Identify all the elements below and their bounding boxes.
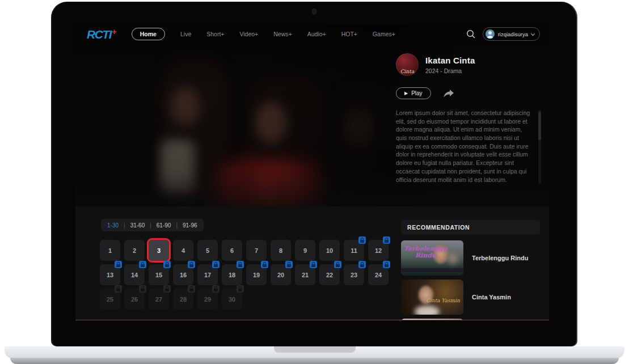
- lock-icon-body: [189, 289, 193, 291]
- nav-item-newsplus[interactable]: News+: [273, 31, 292, 37]
- nav-item-gamesplus[interactable]: Games+: [373, 31, 395, 37]
- lock-icon-body: [141, 264, 145, 267]
- episode-6[interactable]: 6: [222, 240, 242, 261]
- lock-badge: [358, 261, 366, 268]
- nav-item-hotplus[interactable]: HOT+: [341, 31, 357, 37]
- search-icon[interactable]: [466, 29, 476, 39]
- episode-18[interactable]: 18: [222, 264, 242, 285]
- play-label: Play: [411, 90, 422, 96]
- episode-12[interactable]: 12: [368, 240, 389, 261]
- range-tab-1-30[interactable]: 1-30: [107, 222, 119, 228]
- show-poster-text: Cinta: [400, 69, 415, 76]
- recommendation-item[interactable]: TerbelengguRinduTerbelenggu Rindu: [401, 240, 540, 276]
- lock-badge: [163, 261, 171, 268]
- range-tab-31-60[interactable]: 31-60: [130, 222, 145, 228]
- lock-badge: [383, 236, 390, 244]
- user-menu[interactable]: rizqiadisurya: [483, 27, 540, 41]
- episode-13[interactable]: 13: [100, 264, 120, 285]
- episode-27[interactable]: 27: [149, 289, 169, 310]
- episode-23[interactable]: 23: [344, 264, 364, 285]
- episode-21[interactable]: 21: [295, 264, 315, 285]
- recommendation-thumbnail[interactable]: Cinta Yasmin: [401, 280, 463, 315]
- nav-item-videoplus[interactable]: Video+: [239, 31, 258, 37]
- lock-badge: [334, 261, 341, 268]
- show-header: Cinta Ikatan Cinta 2024 - Drama: [396, 53, 541, 76]
- episode-16[interactable]: 16: [173, 264, 193, 285]
- recommendation-thumbnail[interactable]: [401, 319, 463, 320]
- lock-icon-body: [385, 264, 389, 267]
- nav-item-home[interactable]: Home: [132, 28, 165, 40]
- episode-22[interactable]: 22: [319, 264, 340, 285]
- episode-number: 16: [180, 272, 187, 278]
- episode-30[interactable]: 30: [222, 289, 242, 310]
- play-icon: ▶: [404, 91, 408, 96]
- episode-25[interactable]: 25: [100, 289, 120, 310]
- episode-number: 24: [375, 272, 382, 278]
- lock-badge: [212, 261, 219, 268]
- range-tab-61-90[interactable]: 61-90: [157, 222, 171, 228]
- episode-26[interactable]: 26: [124, 289, 145, 310]
- episode-10[interactable]: 10: [319, 240, 340, 261]
- episode-17[interactable]: 17: [197, 264, 218, 285]
- recommendation-item-partial[interactable]: [401, 319, 540, 320]
- episode-29[interactable]: 29: [197, 289, 218, 310]
- logo-plus: +: [112, 27, 117, 36]
- range-separator: |: [124, 222, 125, 228]
- nav-item-live[interactable]: Live: [180, 31, 191, 37]
- episode-3[interactable]: 3: [149, 240, 169, 261]
- episode-number: 9: [303, 247, 307, 254]
- lock-icon-body: [385, 240, 389, 243]
- episode-20[interactable]: 20: [271, 264, 291, 285]
- lock-icon-body: [214, 264, 218, 267]
- lock-icon-body: [116, 264, 120, 267]
- episode-number: 29: [204, 296, 211, 303]
- nav-item-shortplus[interactable]: Short+: [206, 31, 224, 37]
- thumbnail-figure: [415, 306, 440, 315]
- episode-4[interactable]: 4: [173, 240, 193, 261]
- range-tab-91-96[interactable]: 91-96: [183, 222, 197, 228]
- nav-item-audioplus[interactable]: Audio+: [307, 31, 326, 37]
- episode-1[interactable]: 1: [100, 240, 120, 261]
- recommendation-item[interactable]: Cinta YasminCinta Yasmin: [401, 280, 540, 315]
- episode-28[interactable]: 28: [173, 289, 193, 310]
- episode-5[interactable]: 5: [197, 240, 218, 261]
- description-scrollbar[interactable]: [538, 110, 541, 184]
- laptop-screen: RCTI + HomeLiveShort+Video+News+Audio+HO…: [51, 2, 577, 346]
- episode-number: 4: [181, 247, 185, 254]
- episode-8[interactable]: 8: [271, 240, 291, 261]
- episode-11[interactable]: 11: [344, 240, 364, 261]
- nav-right: rizqiadisurya: [466, 27, 540, 41]
- episode-19[interactable]: 19: [246, 264, 267, 285]
- user-avatar-icon: [486, 29, 495, 39]
- episode-7[interactable]: 7: [246, 240, 267, 261]
- episode-14[interactable]: 14: [124, 264, 145, 285]
- episode-number: 1: [108, 247, 112, 254]
- episodes-section: 1-30|31-60|61-90|91-96 12345678910111213…: [75, 206, 549, 320]
- lock-badge: [188, 285, 195, 293]
- laptop-bottom-edge: [10, 358, 619, 364]
- episode-9[interactable]: 9: [295, 240, 315, 261]
- description-scrollbar-thumb[interactable]: [538, 112, 541, 140]
- recommendation-thumbnail[interactable]: TerbelengguRindu: [401, 240, 463, 276]
- lock-icon-body: [336, 264, 340, 267]
- show-info-panel: Cinta Ikatan Cinta 2024 - Drama ▶ Play: [396, 53, 541, 184]
- episode-15[interactable]: 15: [149, 264, 169, 285]
- rcti-plus-logo[interactable]: RCTI +: [87, 28, 117, 40]
- lock-badge: [261, 261, 268, 268]
- episode-number: 13: [107, 272, 113, 278]
- chevron-down-icon: [531, 31, 535, 35]
- episode-24[interactable]: 24: [368, 264, 389, 285]
- episode-number: 27: [155, 296, 162, 303]
- range-separator: |: [150, 222, 151, 228]
- episode-2[interactable]: 2: [124, 240, 145, 261]
- lock-icon-body: [238, 264, 242, 267]
- recommendation-title: Terbelenggu Rindu: [472, 255, 528, 261]
- lock-icon-body: [165, 264, 169, 267]
- show-poster-thumb[interactable]: Cinta: [396, 53, 419, 76]
- thumbnail-title-text: TerbelengguRindu: [404, 246, 448, 259]
- play-button[interactable]: ▶ Play: [396, 87, 431, 99]
- share-icon[interactable]: [442, 88, 455, 99]
- lock-icon-body: [311, 264, 315, 267]
- user-name: rizqiadisurya: [498, 31, 528, 37]
- nav-items: HomeLiveShort+Video+News+Audio+HOT+Games…: [132, 28, 395, 40]
